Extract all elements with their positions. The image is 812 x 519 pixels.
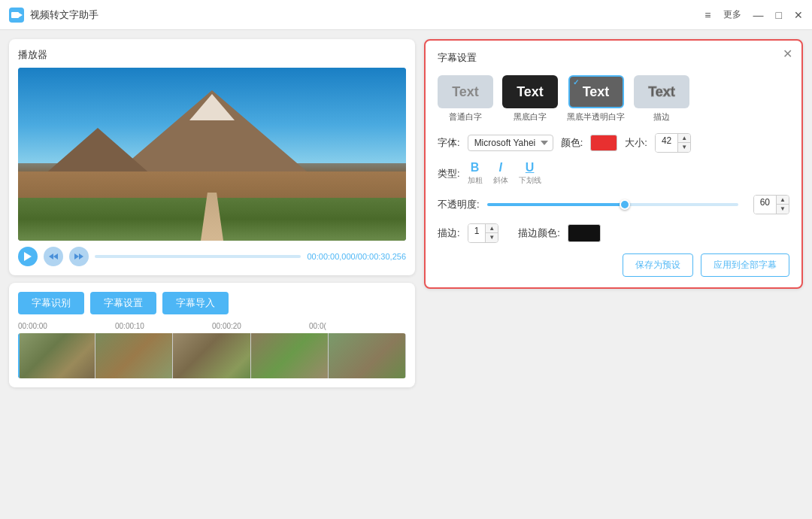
opacity-spin-buttons: ▲ ▼ — [777, 196, 789, 214]
italic-label: 斜体 — [493, 175, 508, 186]
font-row: 字体: Microsoft Yahei SimSun SimHei 颜色: 大小… — [438, 133, 789, 153]
progress-bar[interactable] — [95, 255, 301, 258]
save-preset-button[interactable]: 保存为预设 — [623, 253, 693, 277]
stroke-label: 描边: — [438, 226, 460, 240]
stroke-spinner: 1 ▲ ▼ — [468, 223, 499, 243]
timeline-track[interactable] — [18, 333, 406, 378]
timeline-cursor — [18, 333, 20, 378]
more-label[interactable]: 更多 — [723, 8, 741, 21]
style-option-black-bg[interactable]: Text 黑底白字 — [502, 75, 558, 123]
minimize-btn[interactable]: — — [753, 9, 764, 21]
svg-marker-3 — [24, 252, 32, 261]
opacity-value: 60 — [754, 196, 777, 214]
style-preview-transparent: Text — [568, 75, 624, 108]
stroke-spin-up[interactable]: ▲ — [486, 224, 498, 233]
style-label-outline: 描边 — [653, 111, 670, 123]
app-icon — [9, 8, 24, 23]
close-btn[interactable]: ✕ — [794, 9, 803, 21]
font-color-swatch[interactable] — [590, 135, 617, 151]
svg-marker-6 — [74, 253, 79, 260]
bold-label: 加粗 — [468, 175, 483, 186]
mountain-snow — [189, 94, 235, 120]
stroke-spin-down[interactable]: ▼ — [486, 233, 498, 242]
rewind-button[interactable] — [44, 247, 63, 266]
style-preview-outline: Text — [634, 75, 689, 108]
svg-marker-7 — [79, 253, 83, 260]
panel-close-button[interactable]: ✕ — [783, 48, 792, 60]
underline-label: 下划线 — [519, 175, 541, 186]
timeline-ruler: 00:00:00 00:00:10 00:00:20 00:0( — [18, 322, 406, 330]
opacity-slider-container — [487, 203, 738, 206]
timeline-thumb-4 — [329, 333, 406, 378]
bold-button[interactable]: B 加粗 — [468, 162, 483, 186]
style-option-plain[interactable]: Text 普通白字 — [438, 75, 493, 123]
maximize-btn[interactable]: □ — [776, 9, 782, 21]
bold-icon: B — [471, 162, 480, 174]
svg-marker-5 — [53, 253, 58, 260]
underline-button[interactable]: U 下划线 — [519, 162, 541, 186]
style-option-outline[interactable]: Text 描边 — [634, 75, 689, 123]
style-label-black-bg: 黑底白字 — [514, 111, 547, 123]
play-button[interactable] — [18, 247, 38, 266]
type-label: 类型: — [438, 167, 460, 181]
menu-icon[interactable]: ≡ — [704, 9, 710, 21]
left-panel: 播放器 — [9, 39, 415, 510]
ruler-mark-0: 00:00:00 — [18, 322, 115, 330]
stroke-color-label: 描边颜色: — [518, 226, 560, 240]
window-controls: ≡ 更多 — □ ✕ — [704, 8, 803, 21]
svg-rect-1 — [11, 12, 19, 18]
player-controls: 00:00:00,000/00:00:30,256 — [18, 247, 406, 266]
font-size-value: 42 — [656, 134, 678, 152]
tab-import[interactable]: 字幕导入 — [162, 292, 229, 314]
subtitle-panel: 字幕设置 ✕ Text 普通白字 Text 黑底白字 — [424, 39, 803, 289]
style-option-transparent[interactable]: Text 黑底半透明白字 — [567, 75, 625, 123]
stroke-color-swatch[interactable] — [568, 224, 601, 242]
video-preview — [18, 68, 406, 241]
player-card: 播放器 — [9, 39, 415, 275]
timeline-thumb-0 — [18, 333, 95, 378]
ruler-mark-3: 00:0( — [309, 322, 406, 330]
style-options: Text 普通白字 Text 黑底白字 Text 黑底半透明白字 — [438, 75, 789, 123]
style-label-plain: 普通白字 — [449, 111, 482, 123]
player-label: 播放器 — [18, 48, 406, 62]
tab-settings[interactable]: 字幕设置 — [90, 292, 156, 314]
color-label: 颜色: — [561, 136, 583, 150]
opacity-label: 不透明度: — [438, 198, 480, 211]
ruler-mark-1: 00:00:10 — [115, 322, 212, 330]
type-row: 类型: B 加粗 I 斜体 U 下划线 — [438, 162, 789, 186]
italic-icon: I — [498, 162, 501, 174]
time-display: 00:00:00,000/00:00:30,256 — [307, 252, 406, 261]
style-preview-black-bg: Text — [502, 75, 558, 108]
timeline-thumb-1 — [95, 333, 173, 378]
forward-button[interactable] — [69, 247, 89, 266]
opacity-spinner: 60 ▲ ▼ — [753, 195, 789, 214]
bottom-panel: 字幕识别 字幕设置 字幕导入 00:00:00 00:00:10 00:00:2… — [9, 283, 415, 387]
font-label: 字体: — [438, 136, 460, 150]
timeline-thumb-2 — [173, 333, 250, 378]
style-preview-plain: Text — [438, 75, 493, 108]
spin-up[interactable]: ▲ — [678, 134, 690, 143]
svg-marker-4 — [49, 253, 53, 260]
underline-icon: U — [526, 162, 535, 174]
font-size-spinner: 42 ▲ ▼ — [655, 133, 691, 153]
ruler-mark-2: 00:00:20 — [212, 322, 309, 330]
spin-buttons: ▲ ▼ — [678, 134, 690, 152]
tab-row: 字幕识别 字幕设置 字幕导入 — [18, 292, 406, 314]
opacity-row: 不透明度: 60 ▲ ▼ — [438, 195, 789, 214]
font-select[interactable]: Microsoft Yahei SimSun SimHei — [468, 135, 553, 151]
italic-button[interactable]: I 斜体 — [493, 162, 508, 186]
title-bar: 视频转文字助手 ≡ 更多 — □ ✕ — [0, 0, 812, 30]
apply-all-button[interactable]: 应用到全部字幕 — [701, 253, 789, 277]
opacity-spin-down[interactable]: ▼ — [777, 205, 789, 214]
subtitle-panel-title: 字幕设置 — [438, 51, 789, 65]
opacity-spin-up[interactable]: ▲ — [777, 196, 789, 205]
stroke-value: 1 — [468, 224, 486, 242]
style-label-transparent: 黑底半透明白字 — [567, 111, 625, 123]
opacity-track[interactable] — [487, 203, 738, 206]
timeline-thumb-3 — [251, 333, 329, 378]
tab-recognition[interactable]: 字幕识别 — [18, 292, 84, 314]
opacity-thumb — [620, 199, 630, 210]
main-content: 播放器 — [0, 30, 812, 519]
stroke-row: 描边: 1 ▲ ▼ 描边颜色: — [438, 223, 789, 243]
spin-down[interactable]: ▼ — [678, 143, 690, 152]
